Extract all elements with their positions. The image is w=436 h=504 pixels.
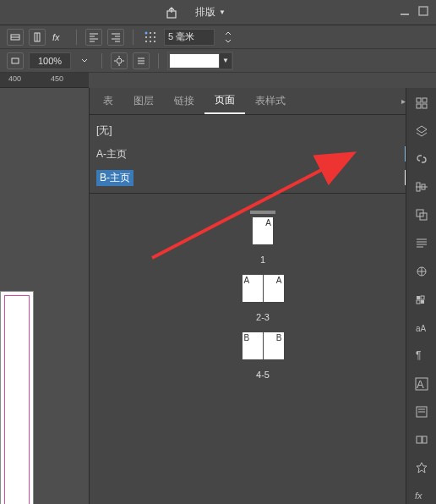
master-none-row[interactable]: [无] xyxy=(90,118,436,142)
opacity-input[interactable]: 100% xyxy=(29,52,71,69)
svg-point-24 xyxy=(154,41,155,42)
pages-panel: 表 图层 链接 页面 表样式 ▸▸ ≡ [无] A-主页 B-主页 xyxy=(89,88,436,504)
align-right-lines-icon[interactable] xyxy=(107,29,124,46)
stepper-icon[interactable] xyxy=(220,29,237,46)
canvas-area[interactable] xyxy=(0,88,89,504)
svg-rect-36 xyxy=(417,104,421,108)
story-panel-icon[interactable] xyxy=(413,403,430,419)
svg-point-16 xyxy=(145,31,148,34)
fx-panel-icon[interactable]: fx xyxy=(413,488,430,504)
align-left-lines-icon[interactable] xyxy=(85,29,102,46)
chevron-down-icon: ▼ xyxy=(219,8,226,16)
links-panel-icon[interactable] xyxy=(413,151,430,167)
maximize-icon[interactable] xyxy=(417,5,429,17)
fill-color-picker[interactable]: ▼ xyxy=(167,52,233,70)
pathfinder-panel-icon[interactable] xyxy=(413,207,430,223)
svg-point-26 xyxy=(117,58,122,63)
svg-point-18 xyxy=(154,32,155,34)
svg-rect-1 xyxy=(419,7,428,15)
horizontal-ruler: 400 450 xyxy=(0,73,89,88)
layers-panel-icon[interactable] xyxy=(413,123,430,139)
paragraph-styles-icon[interactable]: ¶ xyxy=(413,348,430,364)
svg-point-23 xyxy=(150,41,151,42)
page-master-letter: A xyxy=(276,276,282,285)
svg-rect-35 xyxy=(422,98,427,102)
menubar: 排版 ▼ xyxy=(0,0,436,25)
ruler-mark: 400 xyxy=(8,74,21,83)
page-master-letter: A xyxy=(265,218,271,227)
page-master-letter: B xyxy=(276,333,282,342)
effects-panel-icon[interactable] xyxy=(413,460,430,476)
character-panel-icon[interactable]: aA xyxy=(413,320,430,336)
document-preview[interactable] xyxy=(0,291,34,504)
size-input[interactable]: 5 毫米 xyxy=(164,29,215,46)
paragraph-panel-icon[interactable] xyxy=(413,235,430,251)
gradient-panel-icon[interactable] xyxy=(413,263,430,279)
master-b-label: B-主页 xyxy=(96,170,134,186)
align-lines-icon[interactable] xyxy=(133,52,150,69)
master-list: [无] A-主页 B-主页 xyxy=(90,115,436,193)
svg-point-22 xyxy=(145,41,147,42)
export-icon[interactable] xyxy=(165,6,178,19)
frame-width-icon[interactable] xyxy=(7,29,24,46)
minimize-icon[interactable] xyxy=(399,5,411,17)
chevron-down-icon: ▼ xyxy=(220,53,232,68)
svg-rect-25 xyxy=(12,58,19,63)
toolbar-row-1: fx 5 毫米 xyxy=(0,25,436,49)
grid-panel-icon[interactable] xyxy=(413,95,430,111)
page-1-label: 1 xyxy=(260,255,265,265)
glyph-panel-icon[interactable]: A xyxy=(413,375,430,392)
spread-4-5[interactable]: B B xyxy=(243,332,284,359)
toolbar-row-2: 100% ▼ xyxy=(0,49,436,73)
tab-table-styles[interactable]: 表样式 xyxy=(245,88,296,114)
object-styles-icon[interactable] xyxy=(413,431,430,447)
master-none-label: [无] xyxy=(96,123,112,138)
svg-text:A: A xyxy=(417,378,424,391)
spread-2-3[interactable]: A A xyxy=(243,275,284,302)
spread-4-5-label: 4-5 xyxy=(256,370,270,380)
page-master-letter: A xyxy=(244,276,250,285)
svg-point-20 xyxy=(150,36,151,38)
master-a-row[interactable]: A-主页 xyxy=(90,142,436,166)
svg-text:¶: ¶ xyxy=(416,349,421,361)
layout-menu-label: 排版 xyxy=(195,5,215,19)
svg-point-17 xyxy=(150,32,151,34)
svg-text:fx: fx xyxy=(415,490,422,501)
panel-tabs: 表 图层 链接 页面 表样式 ▸▸ ≡ xyxy=(90,88,436,115)
svg-text:fx: fx xyxy=(52,32,60,42)
page-1[interactable]: A xyxy=(253,217,273,244)
spread-2-3-label: 2-3 xyxy=(256,312,270,322)
fill-swatch xyxy=(169,53,220,68)
tab-links[interactable]: 链接 xyxy=(164,88,204,114)
svg-rect-62 xyxy=(422,436,427,443)
opacity-dropdown-icon[interactable] xyxy=(76,52,93,69)
svg-point-21 xyxy=(154,36,155,38)
svg-rect-52 xyxy=(417,300,420,304)
layout-menu[interactable]: 排版 ▼ xyxy=(195,5,226,19)
svg-rect-53 xyxy=(421,300,424,304)
svg-rect-50 xyxy=(417,296,420,299)
svg-rect-61 xyxy=(417,436,422,443)
brightness-icon[interactable] xyxy=(111,52,128,69)
page-master-letter: B xyxy=(244,333,250,342)
tab-layers[interactable]: 图层 xyxy=(123,88,164,114)
master-b-row[interactable]: B-主页 xyxy=(90,166,436,189)
svg-rect-37 xyxy=(422,104,427,108)
svg-rect-0 xyxy=(401,14,409,15)
align-panel-icon[interactable] xyxy=(413,179,430,195)
grid-anchor-icon[interactable] xyxy=(142,29,159,46)
tab-pages[interactable]: 页面 xyxy=(204,88,245,114)
opacity-value: 100% xyxy=(38,56,62,66)
size-value: 5 毫米 xyxy=(168,30,194,43)
ruler-mark: 450 xyxy=(51,74,63,83)
svg-text:aA: aA xyxy=(416,324,427,333)
tab-table[interactable]: 表 xyxy=(93,88,123,114)
swatches-panel-icon[interactable] xyxy=(413,291,430,307)
pages-area: A 1 A A 2-3 B B 4-5 xyxy=(90,193,436,504)
rect-tool-icon[interactable] xyxy=(7,52,24,69)
frame-height-icon[interactable] xyxy=(29,29,46,46)
master-a-label: A-主页 xyxy=(96,147,127,162)
fx-icon[interactable]: fx xyxy=(51,29,68,46)
spread-indicator xyxy=(250,211,275,214)
svg-point-19 xyxy=(145,36,147,38)
